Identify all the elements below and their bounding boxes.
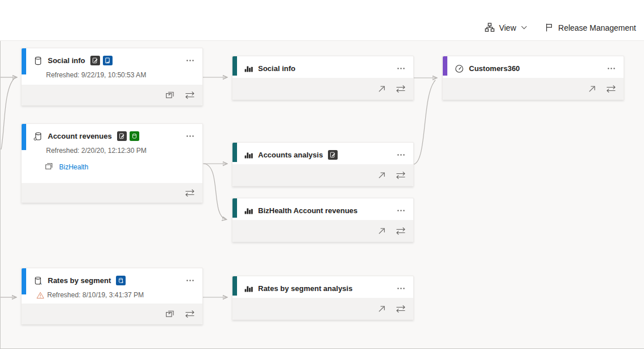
show-related-button[interactable] [165, 90, 175, 99]
card-title: Social info [258, 64, 296, 73]
show-lineage-button[interactable] [396, 305, 406, 313]
swap-arrows-icon [185, 310, 195, 318]
database-blue-badge [116, 276, 126, 285]
diagonal-arrow-icon [377, 227, 386, 235]
diagonal-arrow-icon [377, 85, 386, 93]
more-options-button[interactable] [606, 63, 617, 74]
report-card-rates-by-segment-analysis[interactable]: Rates by segment analysis [232, 276, 414, 320]
dashboard-accent-bar [443, 56, 447, 76]
more-options-button[interactable] [396, 63, 406, 74]
more-options-button[interactable] [396, 205, 406, 216]
promoted-badge [117, 131, 127, 141]
report-card-social-info[interactable]: Social info [232, 56, 414, 100]
dataset-card-account-revenues[interactable]: Account revenues [21, 123, 203, 203]
chevron-down-icon [521, 25, 527, 30]
more-options-button[interactable] [185, 55, 196, 66]
dataset-accent-bar [22, 268, 26, 294]
card-title: Accounts analysis [258, 151, 323, 159]
show-lineage-button[interactable] [185, 189, 195, 197]
swap-arrows-icon [185, 91, 195, 99]
card-footer [232, 78, 413, 99]
open-item-button[interactable] [377, 85, 386, 93]
svg-text:A: A [39, 281, 41, 285]
promoted-badge [328, 150, 338, 160]
database-icon [34, 56, 43, 65]
dataset-accent-bar [22, 124, 26, 150]
release-management-label: Release Management [558, 23, 636, 32]
card-footer [443, 78, 624, 99]
dataset-card-rates-by-segment[interactable]: A Rates by segment [21, 268, 203, 325]
bar-chart-icon [244, 284, 253, 293]
refresh-status: Refreshed: 8/10/19, 3:41:37 PM [22, 286, 202, 299]
report-accent-bar [232, 276, 237, 296]
card-title: Account revenues [48, 132, 112, 140]
app-link[interactable]: BizHealth [59, 163, 88, 171]
card-title: Social info [48, 56, 85, 65]
show-lineage-button[interactable] [396, 85, 406, 93]
swap-arrows-icon [606, 85, 616, 93]
swap-arrows-icon [396, 171, 406, 180]
show-lineage-button[interactable] [396, 171, 406, 180]
card-footer [232, 220, 413, 242]
certified-badge [103, 56, 113, 65]
card-footer [232, 164, 413, 186]
show-lineage-button[interactable] [396, 227, 406, 235]
diagonal-arrow-icon [377, 305, 386, 313]
card-footer [22, 304, 202, 324]
card-footer [22, 85, 202, 105]
database-link-icon [34, 132, 43, 141]
report-accent-bar [232, 198, 237, 218]
swap-arrows-icon [185, 189, 195, 197]
lineage-view-page: View Release Management [0, 0, 644, 349]
card-title: BizHealth Account revenues [258, 206, 358, 215]
open-item-button[interactable] [588, 85, 596, 93]
database-green-badge [130, 131, 139, 141]
view-dropdown-button[interactable]: View [485, 23, 527, 32]
report-accent-bar [232, 56, 237, 76]
lineage-network-icon [485, 23, 495, 32]
open-item-button[interactable] [377, 305, 386, 313]
report-card-bizhealth-account-revenues[interactable]: BizHealth Account revenues [232, 198, 414, 242]
show-lineage-button[interactable] [185, 310, 195, 318]
refresh-status: Refreshed: 2/20/20, 12:12:30 PM [22, 142, 202, 155]
bar-chart-icon [244, 206, 253, 215]
swap-arrows-icon [396, 305, 406, 313]
diagonal-arrow-icon [588, 85, 596, 93]
show-lineage-button[interactable] [185, 91, 195, 99]
flag-icon [545, 23, 554, 32]
dataset-accent-bar [22, 48, 26, 74]
more-options-button[interactable] [396, 283, 406, 294]
card-title: Rates by segment analysis [258, 284, 352, 293]
card-title: Rates by segment [48, 276, 111, 285]
swap-arrows-icon [396, 227, 406, 235]
report-card-accounts-analysis[interactable]: Accounts analysis [232, 142, 414, 186]
swap-arrows-icon [396, 85, 406, 93]
open-item-button[interactable] [377, 227, 386, 235]
card-footer [22, 183, 202, 202]
show-related-button[interactable] [165, 309, 175, 318]
windows-related-icon [165, 90, 175, 99]
warning-triangle-icon [36, 292, 44, 299]
view-label: View [499, 23, 516, 32]
stacked-windows-icon [44, 162, 53, 172]
bar-chart-icon [244, 64, 253, 73]
card-footer [232, 298, 413, 319]
more-options-button[interactable] [396, 149, 406, 160]
more-options-button[interactable] [185, 275, 196, 286]
app-link-row: BizHealth [22, 155, 202, 172]
more-options-button[interactable] [185, 131, 196, 142]
report-accent-bar [232, 143, 237, 162]
promoted-badge [90, 56, 100, 65]
diagonal-arrow-icon [377, 171, 386, 180]
windows-related-icon [165, 309, 175, 318]
gauge-icon [455, 64, 464, 73]
dataset-card-social-info[interactable]: Social info [21, 48, 203, 106]
show-lineage-button[interactable] [606, 85, 616, 93]
bar-chart-icon [244, 151, 253, 159]
release-management-button[interactable]: Release Management [545, 23, 636, 32]
dashboard-card-customers360[interactable]: Customers360 [442, 56, 624, 100]
refresh-status: Refreshed: 9/22/19, 10:50:53 AM [22, 66, 202, 79]
open-item-button[interactable] [377, 171, 386, 180]
database-push-icon: A [34, 276, 43, 285]
toolbar: View Release Management [0, 0, 644, 41]
